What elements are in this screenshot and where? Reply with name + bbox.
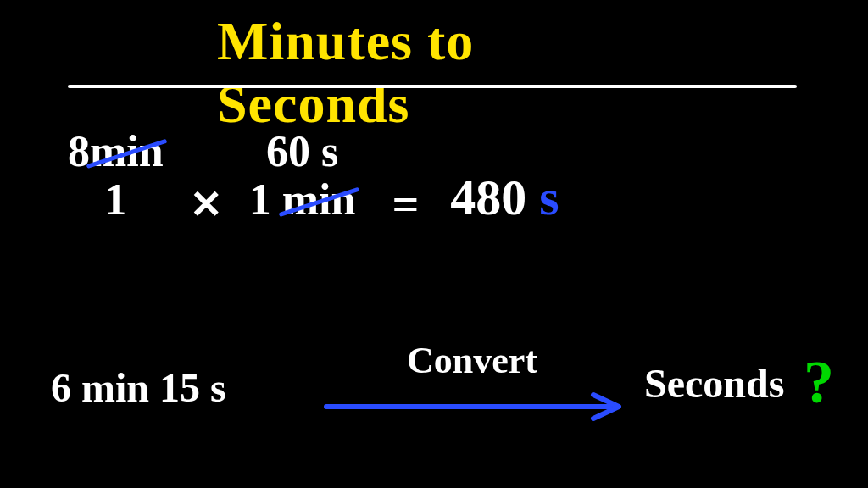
frac1-den: 1: [68, 175, 164, 224]
equation-1: 8min 1 ✕ 60 s 1 min = 480 s: [68, 127, 559, 231]
page-title: Minutes to Seconds: [217, 10, 651, 136]
frac1-num-value: 8: [68, 127, 90, 175]
target-unit: Seconds: [644, 360, 784, 407]
multiply-icon: ✕: [190, 181, 223, 227]
arrow-icon: [322, 390, 636, 424]
fraction-2: 60 s 1 min: [249, 127, 356, 224]
frac2-num-value: 60: [266, 127, 310, 175]
result-unit: s: [539, 169, 559, 225]
question-mark-icon: ?: [804, 347, 834, 418]
equals-icon: =: [392, 177, 419, 231]
title-underline: [68, 85, 797, 88]
frac2-den-value: 1: [249, 175, 271, 224]
input-time: 6 min 15 s: [51, 364, 226, 411]
fraction-1: 8min 1: [68, 127, 164, 224]
frac1-num-unit-cancelled: min: [90, 127, 164, 175]
convert-label: Convert: [407, 339, 537, 382]
result-value: 480: [450, 169, 526, 225]
frac2-den-unit-cancelled: min: [282, 175, 356, 224]
frac2-num-unit: s: [321, 127, 338, 175]
